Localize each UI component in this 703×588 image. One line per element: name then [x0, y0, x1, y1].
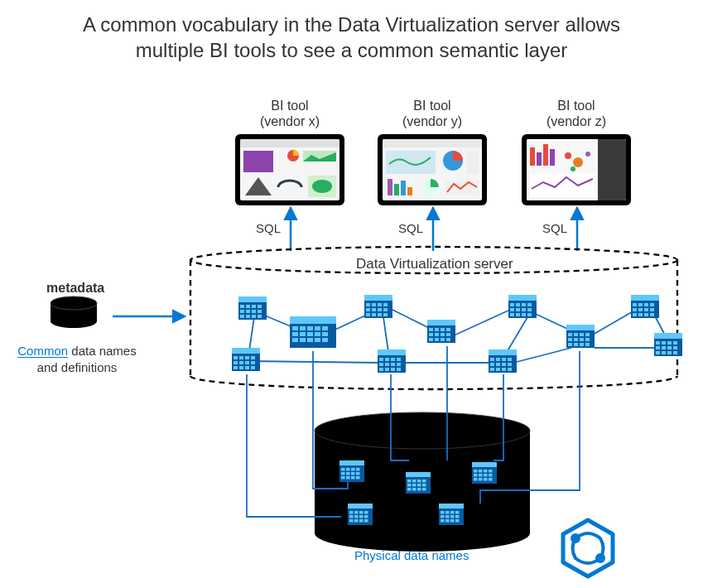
svg-line-63: [248, 311, 255, 356]
svg-point-24: [565, 152, 571, 159]
svg-rect-79: [300, 326, 306, 330]
svg-line-62: [255, 311, 306, 333]
virtual-table-icon: [378, 349, 406, 373]
svg-point-27: [571, 166, 575, 171]
svg-marker-97: [563, 520, 613, 576]
monitor-vendor-x: [235, 134, 344, 205]
svg-rect-90: [307, 338, 313, 342]
svg-line-64: [325, 310, 378, 335]
diagram-canvas: [0, 0, 703, 588]
svg-rect-83: [292, 332, 298, 336]
svg-rect-1: [243, 151, 273, 172]
svg-rect-13: [394, 184, 399, 195]
svg-rect-21: [537, 152, 542, 166]
svg-line-71: [593, 310, 636, 335]
svg-marker-5: [245, 177, 272, 195]
svg-point-98: [571, 533, 580, 543]
virtual-table-icon: [427, 320, 455, 343]
virtual-table-icon: [654, 333, 682, 356]
svg-rect-80: [307, 326, 313, 330]
title-line-2: multiple BI tools to see a common semant…: [136, 39, 568, 61]
svg-line-68: [452, 310, 510, 336]
metadata-label: metadata: [46, 281, 104, 296]
svg-line-72: [652, 311, 669, 343]
virtual-table-icon: [508, 295, 537, 318]
bi-tool-z-label: BI tool (vendor z): [527, 98, 626, 129]
svg-rect-77: [290, 316, 336, 324]
virtual-table-icon: [364, 295, 392, 318]
svg-rect-22: [543, 144, 548, 166]
svg-rect-15: [407, 187, 412, 195]
svg-rect-14: [401, 181, 406, 195]
svg-point-95: [315, 515, 530, 552]
metadata-cylinder-icon: [51, 296, 97, 328]
svg-point-60: [51, 315, 97, 328]
virtual-table-icon: [566, 325, 595, 348]
physical-table-icon: [339, 460, 364, 482]
bi-tool-vendor: (vendor y): [402, 114, 462, 128]
svg-rect-88: [292, 338, 298, 342]
svg-rect-81: [315, 326, 320, 330]
svg-rect-8: [383, 139, 482, 147]
svg-line-66: [383, 311, 389, 358]
svg-rect-59: [51, 303, 97, 321]
virtual-table-icon-large: [290, 316, 336, 348]
monitor-vendor-z: [522, 134, 631, 205]
svg-rect-76: [290, 316, 336, 348]
svg-rect-78: [292, 326, 298, 330]
svg-rect-82: [322, 326, 328, 330]
svg-point-99: [595, 553, 605, 563]
bi-tool-vendor: (vendor z): [547, 114, 606, 128]
svg-rect-19: [598, 139, 626, 200]
svg-line-70: [503, 313, 530, 358]
virtual-to-physical-connectors: [247, 346, 580, 517]
svg-point-26: [585, 152, 590, 157]
monitor-vendor-y: [378, 134, 487, 205]
svg-rect-12: [388, 179, 392, 195]
bi-tool-vendor: (vendor x): [260, 114, 320, 128]
dashboard-icon: [240, 139, 339, 200]
virtual-table-connectors: [248, 310, 669, 363]
svg-rect-20: [530, 147, 535, 166]
azure-synapse-label: Azure Synapse: [356, 436, 489, 452]
physical-table-icon: [348, 504, 373, 525]
azure-synapse-cylinder: [315, 412, 530, 552]
physical-data-names-label: Physical data names: [354, 548, 469, 562]
sql-label-y: SQL: [394, 221, 427, 235]
svg-point-58: [51, 296, 97, 310]
svg-rect-91: [315, 338, 320, 342]
synapse-logo-icon: [563, 520, 613, 576]
dashboard-icon: [527, 139, 626, 200]
title-line-1: A common vocabulary in the Data Virtuali…: [83, 13, 620, 36]
common-underline: Common: [17, 344, 68, 358]
svg-rect-85: [307, 332, 313, 336]
common-definitions-label: Common data names and definitions: [7, 343, 147, 375]
svg-rect-89: [300, 338, 306, 342]
page-title: A common vocabulary in the Data Virtuali…: [0, 12, 703, 63]
virtual-table-icon: [238, 296, 267, 320]
svg-rect-87: [322, 332, 328, 336]
physical-table-icon: [439, 504, 464, 525]
svg-rect-11: [467, 151, 479, 174]
svg-point-7: [312, 180, 332, 193]
dv-server-label: Data Virtualization server: [356, 256, 513, 272]
svg-rect-0: [240, 139, 339, 147]
physical-table-icon: [406, 472, 431, 494]
svg-rect-92: [322, 338, 328, 342]
virtual-table-icon: [489, 349, 517, 373]
bi-tool-label: BI tool: [271, 99, 308, 113]
virtual-table-icon: [631, 295, 659, 318]
svg-rect-9: [386, 151, 436, 174]
svg-rect-86: [315, 332, 320, 336]
svg-point-25: [573, 157, 583, 167]
bi-tool-label: BI tool: [413, 99, 450, 113]
svg-line-67: [248, 361, 381, 363]
bi-tool-label: BI tool: [557, 99, 595, 113]
svg-rect-28: [530, 174, 595, 197]
sql-label-x: SQL: [252, 221, 285, 235]
svg-rect-84: [300, 332, 306, 336]
bi-tool-x-label: BI tool (vendor x): [240, 98, 339, 129]
svg-line-69: [527, 310, 580, 335]
svg-point-61: [51, 296, 97, 310]
virtual-table-icon: [232, 348, 260, 371]
